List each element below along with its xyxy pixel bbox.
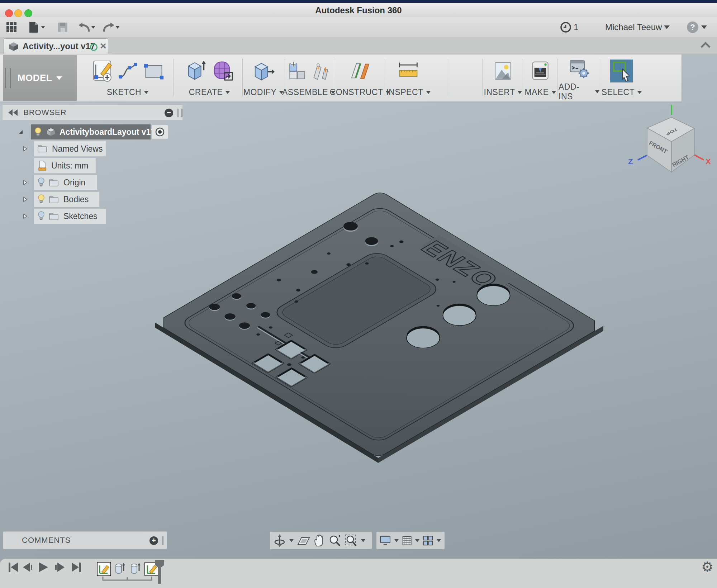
- look-at-icon[interactable]: [297, 535, 310, 546]
- grid-settings-caret[interactable]: [415, 539, 419, 542]
- component-cube-icon: [47, 128, 55, 136]
- version-count-badge[interactable]: 1: [574, 17, 578, 37]
- ribbon-grip[interactable]: [5, 68, 11, 88]
- orbit-icon[interactable]: [274, 534, 286, 547]
- tree-expander[interactable]: [22, 146, 28, 152]
- browser-grip[interactable]: [177, 109, 182, 117]
- timeline-feature-extrude[interactable]: [128, 562, 141, 575]
- timeline-playhead[interactable]: [153, 559, 166, 584]
- file-menu-caret[interactable]: [41, 26, 45, 29]
- timeline-feature-sketch[interactable]: [97, 562, 111, 576]
- select-tool-icon[interactable]: [610, 60, 633, 82]
- tree-expander[interactable]: [22, 180, 28, 185]
- viewports-icon[interactable]: [423, 535, 433, 547]
- display-toolbar: [376, 532, 445, 549]
- spline-tool-icon[interactable]: [118, 61, 139, 81]
- redo-caret[interactable]: [115, 26, 120, 29]
- tree-row-named-views[interactable]: Named Views: [34, 141, 106, 156]
- user-menu-caret[interactable]: [664, 25, 670, 29]
- redo-icon[interactable]: [103, 22, 115, 32]
- tab-cube-icon: [9, 42, 18, 51]
- ribbon-group-sketch[interactable]: SKETCH: [82, 54, 174, 101]
- ribbon-group-modify[interactable]: MODIFY: [244, 54, 282, 101]
- ribbon-group-select[interactable]: SELECT: [603, 54, 640, 101]
- construction-plane-icon[interactable]: [349, 60, 371, 82]
- timeline-go-to-start[interactable]: [8, 561, 19, 573]
- comments-bar[interactable]: COMMENTS +: [3, 531, 167, 549]
- help-icon[interactable]: ?: [687, 22, 698, 33]
- tree-expander[interactable]: [22, 196, 28, 202]
- tree-row-units[interactable]: Units: mm: [34, 158, 96, 173]
- tree-expander[interactable]: [22, 213, 28, 219]
- grid-settings-icon[interactable]: [402, 535, 412, 546]
- orbit-caret[interactable]: [289, 539, 294, 542]
- tree-row-bodies[interactable]: Bodies: [34, 192, 99, 207]
- display-settings-icon[interactable]: [380, 535, 391, 547]
- new-component-icon[interactable]: [287, 61, 308, 81]
- press-pull-icon[interactable]: [252, 60, 275, 82]
- browser-collapse-icon[interactable]: [8, 109, 19, 116]
- model-plate-body[interactable]: ENZO: [155, 191, 603, 458]
- form-icon[interactable]: [212, 60, 234, 82]
- ribbon-group-create[interactable]: CREATE: [176, 54, 242, 101]
- joint-icon[interactable]: [311, 61, 330, 81]
- file-menu-icon[interactable]: [29, 21, 39, 33]
- zoom-window-caret[interactable]: [361, 539, 365, 542]
- comment-add-icon[interactable]: +: [149, 536, 158, 545]
- viewcube[interactable]: Y Z X TOP FRONT RIGHT: [628, 95, 711, 172]
- tree-row-label: Sketches: [63, 209, 98, 224]
- version-clock-icon[interactable]: [560, 22, 571, 33]
- visibility-bulb-off-icon[interactable]: [38, 177, 45, 187]
- print-3d-icon[interactable]: [530, 61, 551, 81]
- timeline-go-to-end[interactable]: [71, 561, 82, 573]
- workspace-menu-model[interactable]: MODEL: [3, 55, 77, 101]
- visibility-bulb-icon[interactable]: [34, 127, 42, 137]
- rectangle-tool-icon[interactable]: [143, 60, 165, 82]
- help-caret[interactable]: [701, 25, 707, 29]
- visibility-bulb-icon[interactable]: [38, 194, 45, 204]
- tab-unsaved-indicator[interactable]: [90, 43, 98, 51]
- ground-radio-icon[interactable]: [155, 127, 165, 137]
- tree-root-row[interactable]: ActivityboardLayout v17: [31, 124, 151, 139]
- comments-grip[interactable]: [162, 536, 165, 545]
- ribbon-group-addins[interactable]: ADD-INS: [559, 54, 599, 101]
- user-menu-label[interactable]: Michael Teeuw: [605, 17, 662, 37]
- ribbon-group-insert[interactable]: INSERT: [485, 54, 521, 101]
- settings-gear-icon[interactable]: ⚙: [701, 560, 713, 574]
- pan-hand-icon[interactable]: [314, 535, 325, 547]
- zoom-icon[interactable]: [329, 535, 341, 547]
- ribbon-group-make[interactable]: MAKE: [524, 54, 556, 101]
- insert-image-icon[interactable]: [493, 61, 513, 81]
- timeline-play[interactable]: [37, 561, 49, 573]
- visibility-bulb-off-icon[interactable]: [38, 211, 45, 221]
- measure-icon[interactable]: [398, 60, 419, 82]
- tabbar-collapse-chevron[interactable]: [700, 41, 711, 49]
- zoom-window-icon[interactable]: [345, 534, 357, 547]
- ribbon-group-inspect[interactable]: INSPECT: [389, 54, 428, 101]
- browser-minimize-icon[interactable]: −: [165, 109, 173, 117]
- timeline-feature-extrude[interactable]: [113, 562, 126, 575]
- folder-icon: [49, 196, 58, 203]
- tree-expander-root[interactable]: [18, 129, 24, 135]
- browser-panel-header[interactable]: BROWSER −: [2, 105, 183, 120]
- addins-script-icon[interactable]: [568, 58, 590, 79]
- ribbon-group-assemble[interactable]: ASSEMBLE: [286, 54, 331, 101]
- tree-row-sketches[interactable]: Sketches: [34, 209, 106, 224]
- tree-row-origin[interactable]: Origin: [34, 175, 97, 190]
- viewports-caret[interactable]: [437, 539, 441, 542]
- create-sketch-icon[interactable]: [91, 60, 114, 82]
- ground-radio-chip[interactable]: [152, 125, 168, 139]
- app-grid-icon[interactable]: [6, 22, 17, 33]
- tab-close-icon[interactable]: ×: [100, 39, 106, 53]
- display-settings-caret[interactable]: [394, 539, 399, 542]
- tree-row-label: Named Views: [52, 141, 103, 156]
- document-tab[interactable]: Activity...yout v17 ×: [4, 38, 108, 54]
- timeline-step-forward[interactable]: [54, 561, 65, 573]
- undo-icon[interactable]: [78, 22, 90, 32]
- ribbon-group-construct[interactable]: CONSTRUCT: [336, 54, 384, 101]
- save-icon[interactable]: [57, 22, 68, 33]
- timeline-step-back[interactable]: [22, 561, 33, 573]
- ribbon-separator: [523, 59, 523, 96]
- undo-caret[interactable]: [91, 26, 95, 29]
- extrude-icon[interactable]: [185, 60, 207, 82]
